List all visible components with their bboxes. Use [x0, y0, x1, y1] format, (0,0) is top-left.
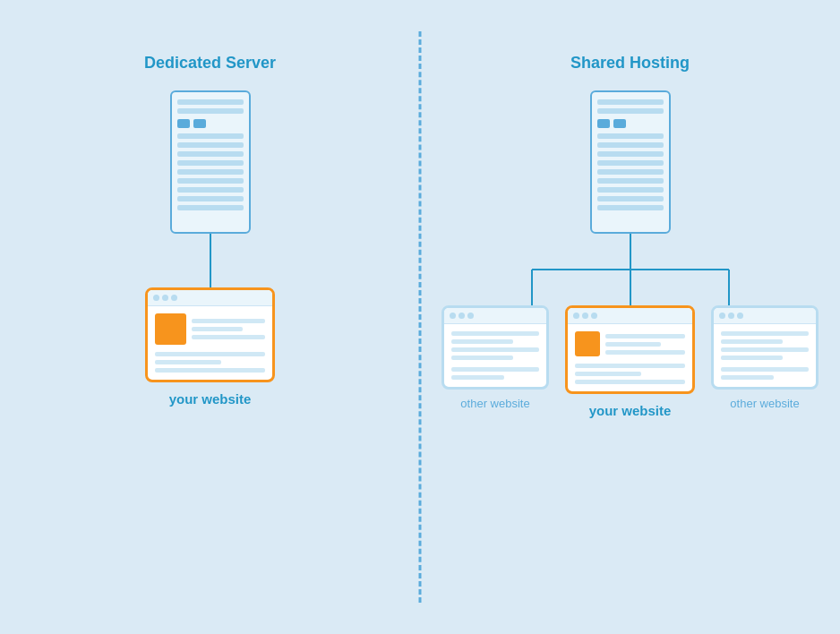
- server-dot: [177, 119, 190, 128]
- content-line: [451, 347, 539, 352]
- server-line: [177, 160, 244, 166]
- content-lines: [451, 331, 539, 360]
- server-line: [177, 142, 244, 148]
- shared-hosting-panel: Shared Hosting: [420, 0, 840, 634]
- browser-dot: [459, 313, 465, 319]
- content-lines: [192, 313, 265, 345]
- content-line: [192, 319, 265, 323]
- content-image: [155, 313, 186, 345]
- bottom-line: [451, 367, 539, 372]
- bottom-lines: [714, 367, 816, 387]
- bottom-lines: [148, 352, 272, 380]
- browser-dot: [153, 295, 159, 301]
- content-line: [192, 327, 243, 331]
- bottom-line: [155, 368, 265, 373]
- content-line: [192, 335, 265, 339]
- content-line: [721, 331, 809, 336]
- other-website-2-label: other website: [730, 397, 799, 410]
- shared-hosting-title: Shared Hosting: [570, 54, 690, 73]
- server-line: [177, 133, 244, 139]
- server-line: [177, 178, 244, 184]
- other-website-2-item: other website: [711, 305, 819, 410]
- dedicated-website-label: your website: [169, 391, 252, 407]
- server-line: [177, 187, 244, 193]
- dedicated-server-title: Dedicated Server: [144, 54, 276, 73]
- content-line: [605, 350, 685, 355]
- server-line: [597, 169, 664, 175]
- other-website-1-label: other website: [460, 397, 529, 410]
- browser-dot: [162, 295, 168, 301]
- browser-dot: [467, 313, 474, 319]
- server-line: [597, 151, 664, 157]
- content-line: [451, 339, 513, 344]
- server-line: [177, 99, 244, 105]
- dedicated-server-panel: Dedicated Server: [0, 0, 420, 634]
- server-dot-row: [597, 119, 664, 128]
- server-line: [597, 205, 664, 210]
- browser-dot: [573, 313, 579, 319]
- browser-dot: [450, 313, 456, 319]
- server-line: [597, 160, 664, 166]
- server-dot: [597, 119, 610, 128]
- browser-bar: [148, 290, 272, 306]
- bottom-line: [155, 352, 265, 356]
- browser-dot: [591, 313, 597, 319]
- diagram-container: Dedicated Server: [0, 0, 840, 634]
- bottom-line: [155, 360, 221, 364]
- browser-content: [568, 324, 692, 364]
- other-website-1-item: other website: [441, 305, 549, 410]
- bottom-lines: [444, 367, 546, 387]
- content-line: [721, 347, 809, 352]
- server-line: [177, 108, 244, 114]
- server-line: [597, 142, 664, 148]
- dedicated-website-box: [145, 287, 275, 382]
- connector-line: [210, 234, 211, 287]
- content-line: [605, 342, 661, 347]
- content-line: [451, 331, 539, 336]
- bottom-line: [575, 364, 685, 368]
- shared-server-icon: [590, 90, 671, 234]
- server-line: [597, 187, 664, 193]
- bottom-line: [451, 375, 504, 380]
- server-line: [177, 196, 244, 201]
- content-line: [721, 356, 783, 360]
- server-line: [597, 99, 664, 105]
- server-dot: [613, 119, 626, 128]
- content-lines: [721, 331, 809, 360]
- other-website-2-box: [711, 305, 819, 390]
- server-line: [597, 108, 664, 114]
- dedicated-server-icon: [170, 90, 251, 234]
- server-dot-row: [177, 119, 244, 128]
- server-line: [177, 151, 244, 157]
- other-website-1-box: [441, 305, 549, 390]
- browser-content: [444, 324, 546, 367]
- browser-dot: [728, 313, 734, 319]
- content-line: [605, 334, 685, 338]
- server-line: [177, 205, 244, 210]
- bottom-line: [575, 372, 641, 376]
- your-website-label: your website: [589, 403, 672, 418]
- server-line: [597, 196, 664, 201]
- websites-row: other website: [441, 305, 819, 418]
- server-dot: [193, 119, 206, 128]
- browser-dot: [737, 313, 743, 319]
- content-image: [575, 331, 600, 356]
- content-line: [721, 339, 783, 344]
- content-line: [451, 356, 513, 360]
- your-website-item: your website: [565, 305, 695, 418]
- browser-dot: [719, 313, 725, 319]
- bottom-line: [721, 375, 774, 380]
- browser-bar: [568, 308, 692, 324]
- browser-bar: [444, 308, 546, 324]
- browser-bar: [714, 308, 816, 324]
- server-line: [177, 169, 244, 175]
- your-website-box: [565, 305, 695, 394]
- tree-connector: [478, 234, 783, 305]
- bottom-lines: [568, 364, 692, 391]
- browser-content: [714, 324, 816, 367]
- content-lines: [605, 331, 685, 356]
- browser-dot: [582, 313, 588, 319]
- server-line: [597, 178, 664, 184]
- browser-dot: [171, 295, 177, 301]
- bottom-line: [721, 367, 809, 372]
